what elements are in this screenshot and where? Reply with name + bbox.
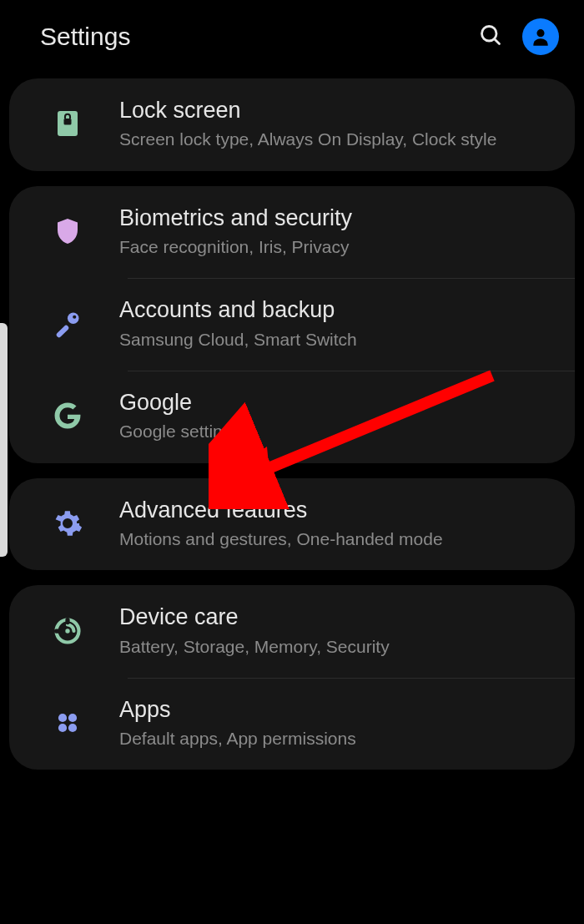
- accounts-backup-item[interactable]: Accounts and backup Samsung Cloud, Smart…: [9, 278, 575, 371]
- apps-icon: [43, 698, 93, 748]
- item-title: Advanced features: [119, 497, 443, 523]
- item-title: Accounts and backup: [119, 296, 357, 323]
- biometrics-item[interactable]: Biometrics and security Face recognition…: [9, 186, 575, 279]
- item-title: Device care: [119, 603, 390, 630]
- item-subtitle: Default apps, App permissions: [119, 728, 356, 750]
- svg-line-1: [495, 39, 500, 44]
- svg-point-14: [58, 724, 67, 732]
- svg-point-2: [536, 29, 544, 37]
- account-avatar[interactable]: [522, 18, 559, 55]
- svg-point-15: [68, 724, 77, 732]
- item-subtitle: Battery, Storage, Memory, Security: [119, 636, 390, 658]
- device-care-item[interactable]: Device care Battery, Storage, Memory, Se…: [9, 585, 575, 678]
- svg-rect-6: [56, 324, 70, 338]
- lock-screen-item[interactable]: Lock screen Screen lock type, Always On …: [9, 78, 575, 171]
- item-title: Google: [119, 389, 241, 416]
- settings-group: Lock screen Screen lock type, Always On …: [9, 78, 575, 171]
- header-actions: [479, 18, 559, 55]
- person-icon: [530, 26, 551, 48]
- device-care-icon: [43, 606, 93, 656]
- search-button[interactable]: [479, 23, 502, 50]
- item-subtitle: Google settings: [119, 421, 241, 442]
- svg-point-13: [68, 714, 77, 722]
- item-subtitle: Motions and gestures, One-handed mode: [119, 528, 443, 550]
- shield-icon: [43, 206, 93, 256]
- item-subtitle: Face recognition, Iris, Privacy: [119, 236, 352, 258]
- google-item[interactable]: Google Google settings: [9, 371, 575, 463]
- scroll-handle[interactable]: [0, 323, 8, 557]
- settings-group: Advanced features Motions and gestures, …: [9, 478, 575, 571]
- item-subtitle: Screen lock type, Always On Display, Clo…: [119, 129, 496, 150]
- search-icon: [479, 23, 502, 47]
- svg-point-7: [73, 315, 76, 318]
- settings-group: Device care Battery, Storage, Memory, Se…: [9, 585, 575, 770]
- google-icon: [43, 391, 93, 441]
- item-title: Lock screen: [119, 97, 496, 124]
- settings-list: Lock screen Screen lock type, Always On …: [0, 78, 584, 770]
- header: Settings: [0, 0, 584, 78]
- advanced-features-item[interactable]: Advanced features Motions and gestures, …: [9, 478, 575, 571]
- gear-plus-icon: [43, 498, 93, 548]
- key-icon: [43, 299, 93, 349]
- svg-rect-9: [63, 522, 72, 525]
- svg-point-5: [68, 312, 79, 324]
- lock-icon: [43, 98, 93, 149]
- apps-item[interactable]: Apps Default apps, App permissions: [9, 678, 575, 770]
- item-title: Apps: [119, 696, 356, 723]
- svg-point-12: [58, 714, 67, 722]
- svg-point-11: [65, 629, 69, 633]
- svg-rect-4: [64, 119, 72, 125]
- settings-group: Biometrics and security Face recognition…: [9, 186, 575, 463]
- item-subtitle: Samsung Cloud, Smart Switch: [119, 329, 357, 351]
- item-title: Biometrics and security: [119, 204, 352, 231]
- page-title: Settings: [40, 23, 130, 51]
